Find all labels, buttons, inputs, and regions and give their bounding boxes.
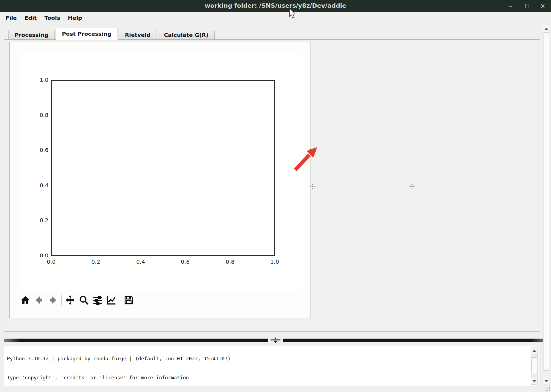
tab-post-processing[interactable]: Post Processing [56, 28, 118, 40]
menu-bar: File Edit Tools Help [0, 12, 551, 24]
close-icon[interactable]: ✕ [537, 1, 549, 12]
save-icon[interactable] [124, 295, 134, 305]
menu-edit[interactable]: Edit [21, 15, 40, 21]
minimize-icon[interactable]: – [504, 1, 517, 12]
axes-icon[interactable] [106, 295, 117, 305]
scrollbar-thumb[interactable] [531, 357, 537, 374]
tab-calculate-gr[interactable]: Calculate G(R) [158, 30, 215, 39]
y-tick: 0.6 [31, 147, 48, 153]
application-window: working folder: /SNS/users/y8z/Dev/addie… [0, 0, 551, 392]
window-title: working folder: /SNS/users/y8z/Dev/addie [0, 2, 551, 9]
back-icon[interactable] [34, 295, 44, 305]
plot-canvas[interactable]: 1.0 0.8 0.6 0.4 0.2 0.0 0.0 0.2 0.4 0.6 … [20, 51, 302, 291]
plot-toolbar [20, 295, 134, 305]
main-scrollbar[interactable] [543, 25, 550, 385]
x-tick: 0.4 [132, 258, 149, 265]
splitter-handle-icon[interactable] [268, 337, 283, 343]
x-tick: 0.0 [43, 258, 59, 265]
x-tick: 1.0 [266, 258, 283, 265]
scroll-up-icon[interactable] [543, 25, 549, 32]
resize-grip[interactable] [545, 386, 550, 391]
forward-icon[interactable] [48, 295, 58, 305]
scrollbar-thumb[interactable] [544, 32, 549, 371]
zoom-icon[interactable] [79, 295, 89, 305]
splitter-handle-icon[interactable] [409, 183, 415, 189]
maximize-icon[interactable]: ☐ [521, 1, 533, 12]
tab-processing[interactable]: Processing [8, 30, 55, 39]
tab-bar: Processing Post Processing Rietveld Calc… [8, 28, 216, 40]
menu-file[interactable]: File [2, 15, 21, 21]
console-line: Python 3.10.12 | packaged by conda-forge… [7, 355, 539, 362]
home-icon[interactable] [20, 295, 31, 305]
scroll-down-icon[interactable] [531, 378, 537, 384]
splitter-handle-icon[interactable] [309, 183, 315, 189]
console-line: Type 'copyright', 'credits' or 'license'… [7, 374, 539, 381]
menu-help[interactable]: Help [64, 15, 86, 21]
console-scrollbar[interactable] [531, 347, 538, 385]
x-tick: 0.2 [88, 258, 104, 265]
plot-axes-frame [51, 80, 275, 256]
menu-tools[interactable]: Tools [40, 15, 64, 21]
toolbar-separator [61, 295, 62, 305]
scroll-up-icon[interactable] [531, 347, 537, 354]
ipython-console[interactable]: Python 3.10.12 | packaged by conda-forge… [4, 346, 539, 386]
y-tick: 1.0 [31, 77, 48, 83]
window-titlebar: working folder: /SNS/users/y8z/Dev/addie… [0, 0, 551, 12]
y-tick: 0.2 [31, 217, 48, 224]
menu-divider [0, 24, 551, 24]
scroll-down-icon[interactable] [543, 378, 549, 384]
tab-rietveld[interactable]: Rietveld [119, 30, 157, 39]
y-tick: 0.4 [31, 182, 48, 189]
pan-icon[interactable] [65, 295, 75, 305]
subplots-icon[interactable] [92, 295, 103, 305]
x-tick: 0.6 [177, 258, 193, 265]
toolbar-separator [120, 295, 120, 305]
plot-groupbox: 1.0 0.8 0.6 0.4 0.2 0.0 0.0 0.2 0.4 0.6 … [9, 42, 310, 318]
y-tick: 0.8 [31, 112, 48, 118]
x-tick: 0.8 [222, 258, 238, 265]
y-tick: 0.0 [31, 252, 48, 259]
